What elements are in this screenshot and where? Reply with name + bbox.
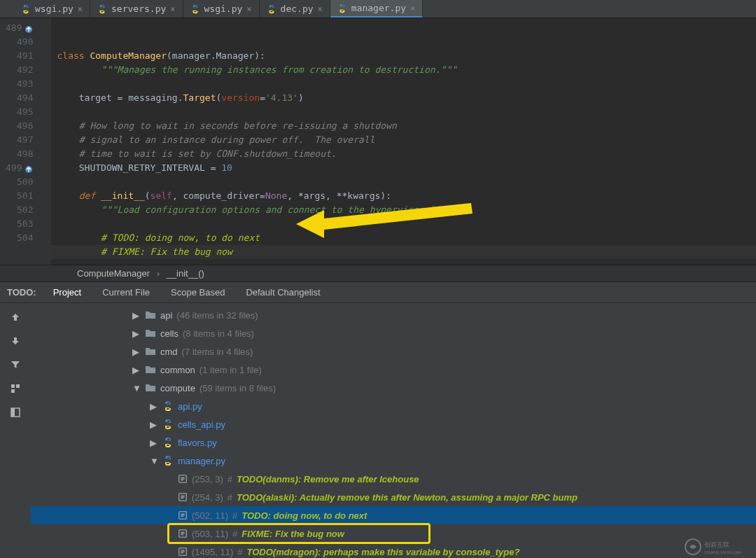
note-icon [178, 492, 188, 502]
override-icon[interactable] [24, 24, 33, 32]
close-icon[interactable]: × [170, 4, 175, 14]
svg-rect-12 [11, 408, 15, 417]
tree-row[interactable]: ▶ cmd (7 items in 4 files) [31, 342, 756, 361]
folder-name: api [160, 310, 172, 321]
note-loc: (253, 3) [192, 474, 223, 484]
arrow-down-icon[interactable] [8, 334, 22, 348]
code-line[interactable]: # time to wait is set by CONF.shutdown_t… [51, 147, 756, 161]
tree-row[interactable]: (253, 3) # TODO(danms): Remove me after … [31, 470, 756, 488]
tab-dec[interactable]: dec.py × [260, 0, 330, 18]
code-area[interactable]: class ComputeManager(manager.Manager): "… [51, 18, 756, 265]
line-number: 501 [6, 189, 33, 203]
note-icon [178, 529, 188, 538]
python-icon [162, 455, 174, 466]
tree-row[interactable]: (502, 11) # TODO: doing now, to do next [31, 506, 756, 524]
preview-icon[interactable] [8, 405, 22, 419]
close-icon[interactable]: × [318, 4, 323, 14]
hash: # [227, 492, 232, 503]
close-icon[interactable]: × [246, 4, 251, 14]
arrow-up-icon[interactable] [8, 310, 22, 324]
python-icon [97, 4, 107, 14]
tree-row[interactable]: ▶ cells (8 items in 4 files) [31, 324, 756, 342]
tree-row[interactable]: ▶ api.py [31, 397, 756, 415]
code-line[interactable]: target = messaging.Target(version='4.13'… [51, 91, 756, 105]
code-line[interactable]: # TODO: doing now, to do next [51, 231, 756, 245]
code-line[interactable] [51, 217, 756, 231]
line-number: 497 [6, 133, 33, 147]
tab-wsgi-2[interactable]: wsgi.py × [183, 0, 260, 18]
hash: # [227, 474, 232, 484]
expand-icon[interactable]: ▼ [132, 383, 141, 393]
expand-icon[interactable]: ▶ [132, 347, 141, 357]
tab-servers[interactable]: servers.py × [90, 0, 183, 18]
tab-label: wsgi.py [204, 4, 243, 14]
expand-icon[interactable]: ▶ [132, 328, 141, 339]
close-icon[interactable]: × [410, 4, 415, 13]
folder-icon [145, 382, 156, 393]
filter-icon[interactable] [8, 358, 22, 372]
line-number: 498 [6, 147, 33, 161]
code-line[interactable]: # FIXME: Fix the bug now [51, 245, 756, 259]
tree-row[interactable]: (1495, 11) # TODO(mdragon): perhaps make… [31, 543, 756, 558]
tree-row[interactable]: ▶ cells_api.py [31, 415, 756, 433]
note-icon [178, 547, 188, 557]
folder-meta: (59 items in 8 files) [200, 383, 276, 393]
python-icon [162, 437, 174, 448]
tab-label: wsgi.py [35, 4, 74, 14]
expand-icon[interactable]: ▶ [132, 310, 141, 321]
folder-meta: (8 items in 4 files) [183, 328, 254, 339]
code-line[interactable] [51, 105, 756, 119]
python-icon [21, 4, 31, 14]
todo-tree: ▶ api (46 items in 32 files)▶ cells (8 i… [31, 303, 756, 558]
note-icon [178, 474, 188, 484]
override-icon[interactable] [24, 164, 33, 172]
code-line[interactable]: # How long to wait in seconds before re-… [51, 119, 756, 133]
expand-icon[interactable]: ▶ [132, 365, 141, 375]
code-line[interactable] [51, 77, 756, 91]
expand-icon[interactable]: ▶ [150, 438, 158, 448]
code-line[interactable]: """Manages the running instances from cr… [51, 63, 756, 77]
tree-row[interactable]: ▼ manager.py [31, 452, 756, 470]
tab-wsgi-1[interactable]: wsgi.py × [14, 0, 90, 18]
line-number: 502 [6, 203, 33, 217]
expand-icon[interactable]: ▶ [150, 401, 158, 412]
tree-row[interactable]: ▶ common (1 item in 1 file) [31, 361, 756, 379]
code-line[interactable]: """Load configuration options and connec… [51, 203, 756, 217]
code-line[interactable]: # signal to an instance during power off… [51, 133, 756, 147]
line-gutter: 4894904914924934944954964974984995005015… [0, 18, 40, 265]
group-icon[interactable] [8, 382, 22, 396]
editor-tabs: wsgi.py × servers.py × wsgi.py × dec.py … [0, 0, 756, 18]
code-line[interactable] [51, 175, 756, 189]
todo-text: TODO(danms): Remove me after Icehouse [237, 474, 419, 484]
line-number: 499 [6, 161, 33, 175]
line-number: 493 [6, 77, 33, 91]
tab-label: dec.py [281, 4, 314, 14]
code-line[interactable] [51, 259, 756, 273]
tree-row[interactable]: ▼ compute (59 items in 8 files) [31, 379, 756, 397]
todo-toolbar [0, 303, 31, 558]
code-line[interactable]: SHUTDOWN_RETRY_INTERVAL = 10 [51, 161, 756, 175]
tree-row[interactable]: (503, 11) # FIXME: Fix the bug now [31, 524, 756, 543]
note-icon [178, 510, 188, 520]
python-icon [190, 4, 200, 14]
code-line[interactable]: def __init__(self, compute_driver=None, … [51, 189, 756, 203]
expand-icon[interactable]: ▼ [150, 456, 158, 466]
python-icon [162, 400, 174, 412]
line-number: 500 [6, 175, 33, 189]
tab-manager[interactable]: manager.py × [330, 0, 424, 18]
note-loc: (254, 3) [192, 492, 223, 503]
todo-panel: TODO: Project Current File Scope Based D… [0, 281, 756, 558]
tree-row[interactable]: ▶ flavors.py [31, 433, 756, 452]
file-name: cells_api.py [178, 419, 225, 430]
tree-row[interactable]: ▶ api (46 items in 32 files) [31, 306, 756, 324]
line-number: 504 [6, 231, 33, 245]
folder-icon [145, 346, 156, 357]
code-line[interactable]: class ComputeManager(manager.Manager): [51, 49, 756, 63]
expand-icon[interactable]: ▶ [150, 419, 158, 430]
svg-rect-8 [11, 384, 15, 388]
folder-name: common [160, 365, 195, 375]
line-number: 491 [6, 49, 33, 63]
tree-row[interactable]: (254, 3) # TODO(alaski): Actually remove… [31, 488, 756, 506]
close-icon[interactable]: × [78, 4, 83, 14]
hash: # [232, 529, 237, 539]
